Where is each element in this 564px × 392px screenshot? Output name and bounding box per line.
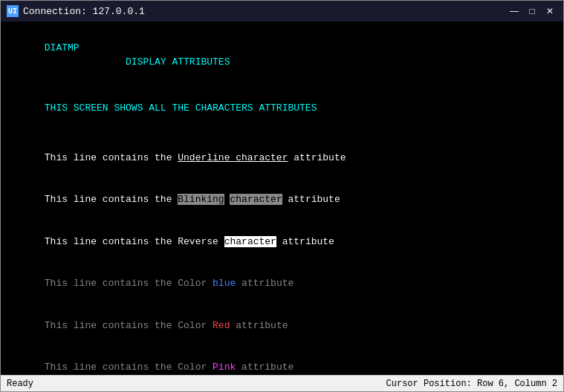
diatmp-label: DIATMP bbox=[45, 42, 80, 53]
ready-status: Ready bbox=[7, 379, 33, 389]
line-blue: This line contains the Color blue attrib… bbox=[10, 264, 554, 306]
titlebar-left: UI Connection: 127.0.0.1 bbox=[7, 5, 145, 17]
line-pink: This line contains the Color Pink attrib… bbox=[10, 347, 554, 375]
cursor-position: Cursor Position: Row 6, Column 2 bbox=[386, 379, 557, 389]
titlebar: UI Connection: 127.0.0.1 — □ ✕ bbox=[1, 1, 563, 22]
line-blink: This line contains the Blinking characte… bbox=[10, 179, 554, 221]
subtitle-text: THIS SCREEN SHOWS ALL THE CHARACTERS ATT… bbox=[45, 102, 317, 114]
line-reverse: This line contains the Reverse character… bbox=[10, 221, 554, 264]
display-attributes-label: DISPLAY ATTRIBUTES bbox=[45, 56, 230, 68]
maximize-button[interactable]: □ bbox=[525, 5, 539, 17]
close-button[interactable]: ✕ bbox=[542, 5, 557, 17]
statusbar: Ready Cursor Position: Row 6, Column 2 bbox=[1, 375, 563, 391]
app-icon: UI bbox=[7, 5, 19, 17]
line-red: This line contains the Color Red attribu… bbox=[10, 305, 554, 347]
window-title: Connection: 127.0.0.1 bbox=[23, 6, 145, 17]
terminal-area[interactable]: DIATMP DISPLAY ATTRIBUTES THIS SCREEN SH… bbox=[1, 22, 563, 375]
line-underline: This line contains the Underline charact… bbox=[10, 137, 554, 180]
subtitle-line: THIS SCREEN SHOWS ALL THE CHARACTERS ATT… bbox=[10, 88, 554, 130]
header-line: DIATMP DISPLAY ATTRIBUTES bbox=[10, 27, 554, 83]
titlebar-controls: — □ ✕ bbox=[507, 5, 557, 17]
main-window: UI Connection: 127.0.0.1 — □ ✕ DIATMP DI… bbox=[0, 0, 564, 392]
minimize-button[interactable]: — bbox=[507, 5, 522, 17]
